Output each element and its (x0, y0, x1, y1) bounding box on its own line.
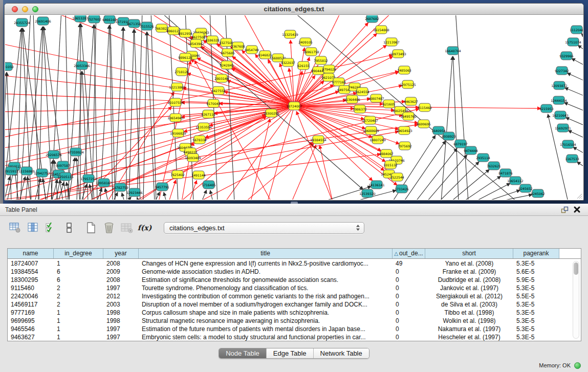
network-canvas[interactable]: 2435572420691406106532871527602646616010… (5, 15, 583, 200)
table-cell[interactable]: Hescheler et al. (1997) (425, 333, 513, 341)
close-window-button[interactable] (12, 6, 18, 12)
graph-node[interactable]: 9170041 (206, 99, 221, 107)
network-window[interactable]: citations_edges.txt 24355724206914061065… (4, 3, 584, 201)
graph-node[interactable]: 8471876 (498, 169, 513, 177)
graph-node[interactable]: 12093872 (551, 81, 568, 90)
table-cell[interactable]: 5.3E-5 (513, 259, 559, 268)
table-cell[interactable]: 0 (393, 268, 425, 276)
graph-node[interactable]: 8454749 (245, 46, 259, 54)
table-cell[interactable]: Changes of HCN gene expression and I(f) … (139, 259, 393, 268)
table-cell[interactable]: 1 (54, 333, 103, 341)
graph-node[interactable]: 8267110 (201, 110, 215, 118)
table-cell[interactable]: Structural magnetic resonance image aver… (139, 317, 393, 325)
column-header-name[interactable]: name (8, 249, 54, 258)
table-cell[interactable]: 18300295 (8, 276, 54, 284)
graph-node[interactable]: 7625402 (170, 170, 185, 179)
graph-node[interactable]: 10688609 (363, 126, 379, 135)
graph-node[interactable]: 20691406 (35, 17, 51, 25)
graph-node[interactable]: 19654923 (396, 126, 412, 135)
table-cell[interactable]: de Silva et al. (2003) (425, 300, 513, 309)
table-row[interactable]: 946362711997Embryonic stem cells: a mode… (8, 333, 573, 341)
graph-node[interactable]: 9097587 (56, 161, 70, 169)
graph-node[interactable]: 9794028 (322, 65, 336, 73)
graph-node[interactable]: 2718126 (175, 68, 189, 76)
table-cell[interactable]: 1998 (103, 317, 139, 325)
graph-node[interactable]: 12444154 (551, 96, 567, 104)
graph-node[interactable]: 7632621 (487, 162, 501, 170)
table-cell[interactable]: Wolkin et al. (1998) (425, 317, 513, 325)
table-cell[interactable]: 14569117 (8, 300, 54, 309)
graph-node[interactable]: 6879197 (453, 140, 468, 148)
graph-node[interactable]: 10654945 (167, 114, 184, 122)
graph-node[interactable]: 19166829 (170, 129, 186, 137)
table-row[interactable]: 1830029562008Estimation of significance … (8, 276, 573, 284)
table-cell[interactable]: 0 (393, 284, 425, 292)
table-row[interactable]: 1938455462009Genome-wide association stu… (8, 268, 573, 276)
table-cell[interactable]: 1997 (103, 284, 139, 292)
graph-node[interactable]: 1527602 (87, 15, 101, 23)
table-cell[interactable]: Dudbridge et al. (2008) (425, 276, 513, 284)
memory-status-icon[interactable] (574, 362, 581, 369)
graph-node[interactable]: 9242845 (220, 61, 234, 69)
graph-node[interactable]: 18300295 (263, 109, 279, 117)
table-cell[interactable]: 2009 (103, 268, 139, 276)
graph-node[interactable]: 14136141 (368, 181, 385, 189)
table-cell[interactable]: 5.5E-5 (513, 292, 559, 300)
table-cell[interactable]: 22420046 (8, 292, 54, 300)
graph-node[interactable]: 20053346 (74, 61, 90, 70)
minimize-window-button[interactable] (22, 6, 28, 12)
table-cell[interactable]: 1 (54, 259, 103, 268)
graph-node[interactable]: 5678334 (192, 136, 207, 144)
table-cell[interactable]: 5.3E-5 (513, 309, 559, 317)
table-cell[interactable]: Yano et al. (2008) (425, 259, 513, 268)
graph-node[interactable]: 6466160 (102, 15, 117, 24)
graph-node[interactable]: 16782759 (112, 183, 128, 191)
graph-node[interactable]: 10107554 (167, 98, 184, 106)
graph-node[interactable]: 2367608 (231, 42, 245, 50)
table-cell[interactable]: 5.3E-5 (513, 284, 559, 292)
graph-node[interactable]: 5675685 (221, 49, 235, 57)
table-cell[interactable]: 9465546 (8, 325, 54, 333)
graph-node[interactable]: 10653287 (72, 15, 89, 22)
table-selector-combo[interactable]: citations_edges.txt (164, 222, 364, 234)
network-window-titlebar[interactable]: citations_edges.txt (5, 4, 583, 15)
graph-node[interactable]: 9115460 (418, 103, 432, 112)
table-cell[interactable]: 1 (54, 317, 103, 325)
table-cell[interactable]: Tibbo et al. (1998) (425, 309, 513, 317)
table-cell[interactable]: Estimation of the future numbers of pati… (139, 325, 393, 333)
table-cell[interactable]: 0 (393, 292, 425, 300)
close-panel-icon[interactable] (573, 206, 581, 213)
graph-node[interactable]: 17957253 (80, 174, 97, 183)
table-cell[interactable]: 0 (393, 325, 425, 333)
graph-node[interactable]: 2935114 (476, 154, 490, 162)
table-cell[interactable]: 2008 (103, 276, 139, 284)
graph-node[interactable]: 8427552 (211, 86, 226, 95)
graph-node[interactable]: 1015132 (383, 161, 398, 169)
graph-node[interactable]: 16210643 (552, 111, 569, 119)
table-row[interactable]: 1872400712008Changes of HCN gene express… (8, 259, 573, 268)
table-cell[interactable]: 1997 (103, 325, 139, 333)
table-row[interactable]: 969969511998Structural magnetic resonanc… (8, 317, 573, 325)
graph-node[interactable]: 626155 (297, 61, 310, 70)
graph-node[interactable]: 2522544 (390, 173, 404, 181)
table-cell[interactable]: 2 (54, 284, 103, 292)
table-cell[interactable]: 0 (393, 300, 425, 309)
table-cell[interactable]: 9699695 (8, 317, 54, 325)
table-cell[interactable]: 5.9E-5 (513, 276, 559, 284)
graph-node[interactable]: 7515526 (140, 22, 154, 30)
graph-node[interactable]: 24355724 (14, 18, 30, 27)
window-resize-grip[interactable] (575, 192, 582, 199)
new-document-icon[interactable] (84, 221, 98, 234)
graph-node[interactable]: 12213967 (383, 38, 400, 46)
graph-node[interactable]: 9245062 (531, 189, 545, 198)
table-cell[interactable]: 2 (54, 300, 103, 309)
graph-node[interactable]: 16648784 (445, 47, 461, 55)
table-cell[interactable]: Disruption of a novel member of a sodium… (139, 300, 393, 309)
table-scrollbar-thumb[interactable] (574, 262, 578, 275)
table-cell[interactable]: 1998 (103, 309, 139, 317)
graph-node[interactable]: 7986372 (353, 105, 367, 113)
table-cell[interactable]: 0 (393, 276, 425, 284)
table-row[interactable]: 977716911998Corpus callosum shape and si… (8, 309, 573, 317)
graph-node[interactable]: 8912954 (178, 29, 192, 37)
graph-node[interactable]: 10958167 (96, 179, 112, 187)
